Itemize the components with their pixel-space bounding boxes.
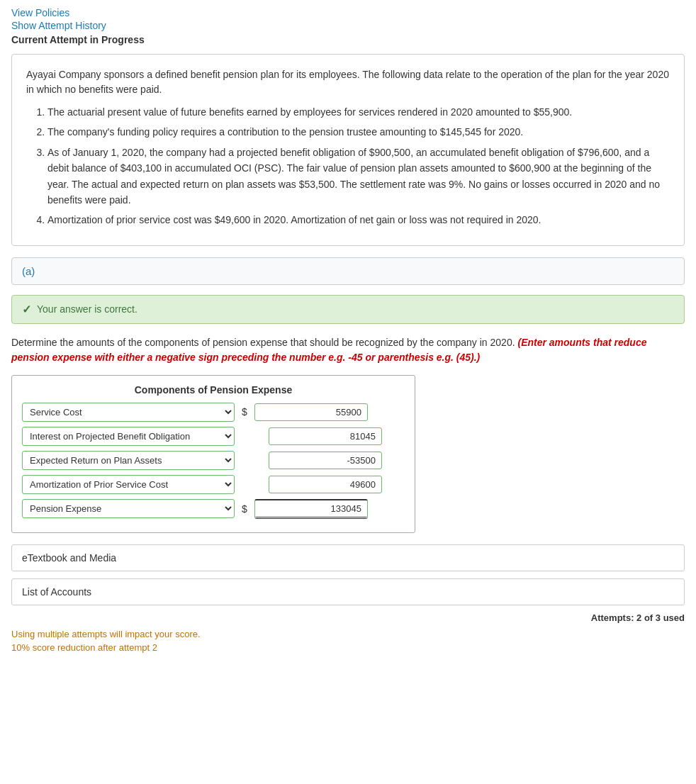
instructions-main: Determine the amounts of the components … — [11, 337, 515, 348]
section-label-a: (a) — [11, 257, 685, 285]
problem-item-3: As of January 1, 2020, the company had a… — [47, 145, 670, 208]
show-attempt-history-link[interactable]: Show Attempt History — [11, 20, 685, 31]
list-of-accounts-label: List of Accounts — [22, 586, 91, 598]
instructions-container: Determine the amounts of the components … — [11, 335, 685, 365]
etextbook-section[interactable]: eTextbook and Media — [11, 544, 685, 571]
dollar-sign-1: $ — [240, 406, 249, 418]
expense-select[interactable]: Pension Expense — [22, 499, 235, 518]
expense-input[interactable] — [254, 499, 368, 519]
problem-item-2: The company's funding policy requires a … — [47, 124, 670, 140]
checkmark-icon: ✓ — [22, 303, 31, 316]
pension-row-service-cost: Service Cost $ — [22, 403, 405, 422]
service-cost-select[interactable]: Service Cost — [22, 403, 235, 422]
pension-row-return: Expected Return on Plan Assets — [22, 451, 405, 470]
pension-table-title: Components of Pension Expense — [22, 384, 405, 396]
score-warning-line2: 10% score reduction after attempt 2 — [11, 641, 685, 655]
top-links-container: View Policies Show Attempt History — [11, 7, 685, 31]
list-of-accounts-section[interactable]: List of Accounts — [11, 578, 685, 605]
problem-item-4: Amortization of prior service cost was $… — [47, 212, 670, 228]
etextbook-label: eTextbook and Media — [22, 552, 116, 564]
pension-row-amortization: Amortization of Prior Service Cost — [22, 475, 405, 494]
correct-text: Your answer is correct. — [37, 303, 137, 315]
attempts-row: Attempts: 2 of 3 used — [11, 612, 685, 623]
amortization-select[interactable]: Amortization of Prior Service Cost — [22, 475, 235, 494]
dollar-sign-5: $ — [240, 503, 249, 515]
problem-list: The actuarial present value of future be… — [47, 104, 670, 228]
problem-intro: Ayayai Company sponsors a defined benefi… — [26, 67, 670, 97]
pension-row-interest: Interest on Projected Benefit Obligation — [22, 427, 405, 446]
interest-input[interactable] — [269, 427, 382, 445]
pension-row-expense: Pension Expense $ — [22, 499, 405, 519]
pension-table: Components of Pension Expense Service Co… — [11, 375, 415, 533]
problem-box: Ayayai Company sponsors a defined benefi… — [11, 54, 685, 246]
view-policies-link[interactable]: View Policies — [11, 7, 685, 18]
problem-item-1: The actuarial present value of future be… — [47, 104, 670, 120]
interest-select[interactable]: Interest on Projected Benefit Obligation — [22, 427, 235, 446]
service-cost-input[interactable] — [254, 403, 368, 421]
return-input[interactable] — [269, 452, 382, 469]
score-warning: Using multiple attempts will impact your… — [11, 627, 685, 655]
return-select[interactable]: Expected Return on Plan Assets — [22, 451, 235, 470]
score-warning-line1: Using multiple attempts will impact your… — [11, 627, 685, 642]
amortization-input[interactable] — [269, 476, 382, 493]
correct-banner: ✓ Your answer is correct. — [11, 295, 685, 324]
current-attempt-label: Current Attempt in Progress — [11, 34, 685, 45]
attempts-text: Attempts: 2 of 3 used — [591, 612, 685, 623]
